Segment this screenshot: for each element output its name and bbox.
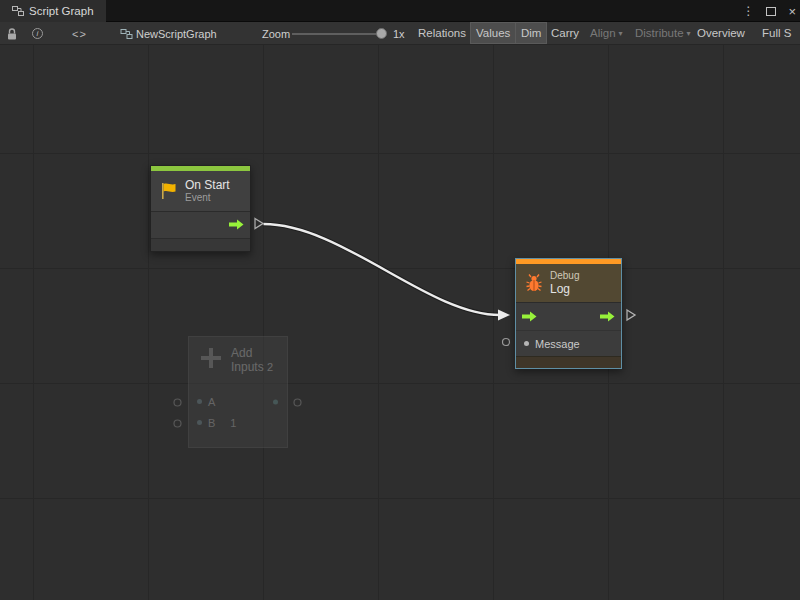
more-menu-icon[interactable]: ⋮: [742, 4, 754, 18]
titlebar-controls: ⋮ ×: [742, 0, 796, 22]
debuglog-header: Debug Log: [516, 264, 621, 302]
debuglog-trigger-out-port[interactable]: [627, 310, 635, 320]
node-title: On Start: [185, 178, 230, 192]
code-icon[interactable]: <>: [72, 22, 87, 45]
connection-layer: [0, 45, 800, 600]
zoom-slider-track[interactable]: [292, 33, 380, 35]
node-subtitle: Event: [185, 192, 230, 204]
plus-icon: [199, 346, 223, 370]
info-icon[interactable]: i: [32, 22, 43, 45]
chevron-down-icon: ▾: [619, 29, 623, 38]
node-on-start[interactable]: On Start Event: [150, 165, 251, 252]
onstart-footer: [151, 238, 250, 251]
onstart-trigger-out-port[interactable]: [255, 219, 263, 229]
node-debug-log[interactable]: Debug Log Message: [515, 258, 622, 369]
ghost-input-count[interactable]: 2: [267, 361, 273, 373]
script-graph-icon: [12, 5, 24, 17]
carry-button[interactable]: Carry: [545, 22, 585, 44]
zoom-slider-knob[interactable]: [376, 28, 387, 39]
ghost-rows: A B 1: [189, 391, 287, 433]
node-add-inputs-ghost[interactable]: Add Inputs 2 A B 1: [188, 336, 288, 448]
zoom-label: Zoom: [262, 22, 290, 45]
input-a-dot[interactable]: [197, 399, 202, 404]
ghost-header: Add Inputs 2: [189, 337, 287, 385]
trigger-out-arrow-icon[interactable]: [600, 308, 615, 326]
fullscreen-button[interactable]: Full S: [756, 22, 797, 44]
onstart-header: On Start Event: [151, 171, 250, 211]
graph-canvas[interactable]: On Start Event: [0, 45, 800, 600]
ghost-input-b-port[interactable]: [174, 420, 181, 427]
debuglog-port-row: [516, 302, 621, 330]
graph-asset-icon: [120, 22, 133, 45]
values-button[interactable]: Values: [470, 22, 516, 44]
output-dot[interactable]: [273, 399, 278, 404]
message-port-dot[interactable]: [524, 341, 529, 346]
relations-button[interactable]: Relations: [412, 22, 472, 44]
flag-icon: [159, 181, 179, 201]
input-b-value[interactable]: 1: [230, 417, 236, 429]
align-dropdown[interactable]: Align▾: [584, 22, 629, 44]
lock-icon[interactable]: [6, 22, 18, 45]
graph-name[interactable]: NewScriptGraph: [136, 22, 217, 45]
maximize-icon[interactable]: [766, 7, 776, 16]
connection-wire[interactable]: [264, 224, 501, 315]
ghost-output-port[interactable]: [294, 399, 301, 406]
ghost-row-a: A: [189, 391, 287, 412]
chevron-down-icon: ▾: [687, 29, 691, 38]
ghost-title-line1: Add: [231, 346, 264, 360]
message-port-label: Message: [535, 338, 580, 350]
input-a-label: A: [208, 396, 215, 408]
tab-script-graph[interactable]: Script Graph: [0, 0, 106, 22]
connection-arrowhead: [498, 310, 510, 321]
onstart-port-row: [151, 211, 250, 238]
trigger-out-arrow-icon[interactable]: [229, 216, 244, 234]
zoom-value: 1x: [393, 22, 405, 45]
input-b-label: B: [208, 417, 215, 429]
toolbar: i <> NewScriptGraph Zoom 1x Relations Va…: [0, 22, 800, 45]
close-icon[interactable]: ×: [788, 4, 796, 19]
node-title: Log: [550, 282, 579, 296]
tab-label: Script Graph: [29, 5, 94, 17]
debuglog-message-port[interactable]: [503, 339, 510, 346]
bug-icon: [524, 273, 544, 293]
titlebar: Script Graph ⋮ ×: [0, 0, 800, 22]
debuglog-footer: [516, 356, 621, 368]
overview-button[interactable]: Overview: [691, 22, 751, 44]
debuglog-message-row: Message: [516, 330, 621, 356]
trigger-in-arrow-icon[interactable]: [522, 308, 537, 326]
ghost-row-b: B 1: [189, 412, 287, 433]
ghost-input-a-port[interactable]: [174, 399, 181, 406]
ghost-title-line2: Inputs: [231, 360, 264, 374]
input-b-dot[interactable]: [197, 420, 202, 425]
distribute-dropdown[interactable]: Distribute▾: [629, 22, 697, 44]
dim-button[interactable]: Dim: [515, 22, 547, 44]
node-category: Debug: [550, 270, 579, 282]
